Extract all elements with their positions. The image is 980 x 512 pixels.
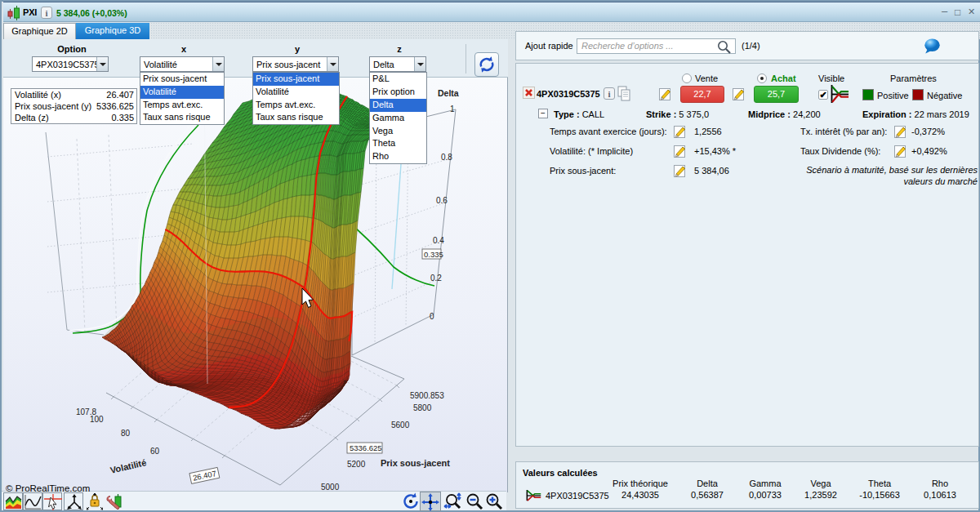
- svg-text:Delta: Delta: [438, 88, 459, 98]
- svg-text:5200: 5200: [347, 460, 366, 469]
- svg-text:60: 60: [150, 447, 160, 456]
- svg-text:0.335: 0.335: [424, 250, 443, 259]
- svg-text:i: i: [45, 8, 47, 18]
- svg-text:1: 1: [450, 105, 455, 114]
- svg-text:5600: 5600: [391, 421, 410, 430]
- svg-text:0.4: 0.4: [433, 236, 444, 245]
- svg-text:100: 100: [90, 415, 104, 424]
- svg-text:0: 0: [430, 312, 434, 321]
- svg-text:0.8: 0.8: [441, 153, 452, 162]
- svg-text:Volatilité: Volatilité: [109, 457, 148, 475]
- svg-text:80: 80: [121, 429, 131, 438]
- svg-text:0.6: 0.6: [436, 196, 448, 205]
- svg-text:5800: 5800: [413, 403, 432, 412]
- svg-text:Prix sous-jacent: Prix sous-jacent: [381, 458, 450, 468]
- svg-text:0.2: 0.2: [430, 274, 442, 283]
- svg-text:5900.853: 5900.853: [410, 391, 444, 400]
- svg-text:5336.625: 5336.625: [350, 443, 382, 452]
- svg-text:i: i: [608, 89, 610, 99]
